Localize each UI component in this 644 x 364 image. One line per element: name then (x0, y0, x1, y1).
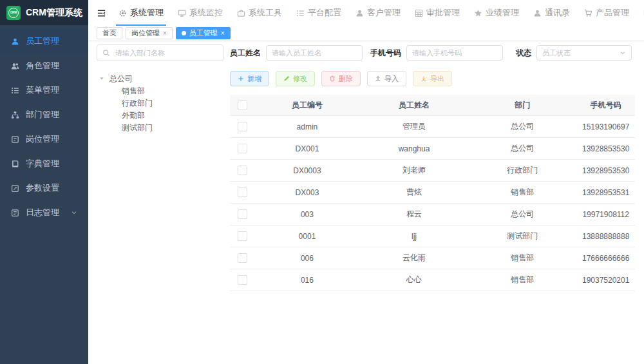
row-checkbox[interactable] (238, 253, 247, 263)
cell-phone: 17666666666 (576, 254, 635, 263)
import-button[interactable]: 导入 (367, 71, 406, 86)
table-row[interactable]: 006 云化雨 销售部 17666666666 (230, 247, 635, 269)
department-tree-panel: 总公司 销售部 行政部门 外勤部 测试部门 (97, 44, 223, 134)
sidebar-item-label: 部门管理 (26, 109, 59, 120)
cell-phone: 13888888888 (576, 232, 635, 241)
sidebar-item-employee-mgmt[interactable]: 员工管理 (0, 29, 88, 53)
sidebar-item-dept-mgmt[interactable]: 部门管理 (0, 102, 88, 127)
cell-dept: 销售部 (468, 253, 576, 263)
table-row[interactable]: DX0003 刘老师 行政部门 13928953530 (230, 160, 635, 182)
phone-filter-input[interactable] (406, 45, 503, 61)
cell-emp-name: 管理员 (360, 121, 468, 132)
tree-node-root[interactable]: 总公司 (97, 72, 223, 85)
cell-emp-name: 云化雨 (360, 253, 468, 263)
nav-item-product-mgmt[interactable]: 产品管理 (577, 0, 636, 26)
table-row[interactable]: 0001 ljj 测试部门 13888888888 (230, 225, 635, 247)
cell-emp-id: 016 (254, 276, 360, 285)
export-button[interactable]: 导出 (413, 71, 452, 86)
tab-home[interactable]: 首页 (97, 27, 122, 39)
caret-down-icon[interactable] (99, 76, 104, 81)
cell-emp-id: 006 (254, 254, 360, 263)
button-label: 新增 (247, 74, 261, 84)
cell-dept: 销售部 (468, 274, 576, 285)
nav-item-label: 审批管理 (426, 7, 460, 19)
tab-employee-mgmt[interactable]: 员工管理 × (176, 27, 231, 39)
nav-item-platform-config[interactable]: 平台配置 (289, 0, 348, 26)
fold-sidebar-icon[interactable] (97, 8, 106, 18)
tree-node-child[interactable]: 外勤部 (97, 110, 223, 122)
dept-search-box[interactable] (97, 44, 223, 61)
nav-item-performance-mgmt[interactable]: 业绩管理 (467, 0, 526, 26)
sidebar-item-role-mgmt[interactable]: 角色管理 (0, 53, 88, 78)
phone-filter-label: 手机号码 (370, 48, 401, 59)
column-header-emp-name[interactable]: 员工姓名 (360, 100, 468, 111)
chevron-down-icon (71, 209, 77, 216)
row-checkbox[interactable] (238, 275, 247, 285)
sidebar-item-dict-mgmt[interactable]: 字典管理 (0, 151, 88, 176)
tree-children: 销售部 行政部门 外勤部 测试部门 (97, 85, 223, 134)
nav-item-system-monitor[interactable]: 系统监控 (171, 0, 230, 26)
cart-icon (584, 9, 592, 17)
cell-emp-name: 刘老师 (360, 165, 468, 176)
name-filter-label: 员工姓名 (230, 48, 261, 59)
tree-node-child[interactable]: 测试部门 (97, 122, 223, 134)
menu-icon (11, 86, 19, 95)
tree-node-child[interactable]: 销售部 (97, 85, 223, 97)
sidebar-item-menu-mgmt[interactable]: 菜单管理 (0, 78, 88, 102)
crm-app-window: CRM CRM管理系统 员工管理 角色管理 菜单管理 部门管理 (0, 0, 644, 364)
cell-dept: 行政部门 (468, 165, 576, 176)
table-header-row: 员工编号 员工姓名 部门 手机号码 (230, 95, 635, 116)
delete-button[interactable]: 删除 (321, 71, 361, 86)
tree-node-child[interactable]: 行政部门 (97, 97, 223, 110)
nav-item-system-mgmt[interactable]: 系统管理 (111, 0, 171, 26)
nav-item-label: 产品管理 (596, 7, 629, 19)
table-row[interactable]: admin 管理员 总公司 15193190697 (230, 116, 635, 138)
table-row[interactable]: 003 程云 总公司 19971908112 (230, 204, 635, 225)
row-checkbox[interactable] (238, 231, 247, 241)
nav-item-system-tools[interactable]: 系统工具 (230, 0, 289, 26)
table-row[interactable]: 016 心心 销售部 19037520201 (230, 269, 635, 291)
sidebar-item-label: 员工管理 (26, 35, 59, 47)
column-header-emp-id[interactable]: 员工编号 (254, 100, 360, 111)
row-checkbox[interactable] (238, 122, 247, 131)
dept-search-input[interactable] (114, 48, 218, 57)
download-icon (421, 75, 427, 82)
sidebar-item-post-mgmt[interactable]: 岗位管理 (0, 127, 88, 151)
button-label: 修改 (293, 74, 307, 84)
gear-icon (118, 9, 127, 17)
sidebar-item-label: 日志管理 (26, 207, 59, 218)
column-header-phone[interactable]: 手机号码 (576, 100, 635, 111)
button-label: 删除 (339, 74, 353, 84)
sidebar-item-param-settings[interactable]: 参数设置 (0, 176, 88, 200)
nav-item-calendar[interactable]: 日历 (636, 0, 644, 26)
name-filter-input[interactable] (266, 45, 363, 61)
cell-emp-name: wanghua (360, 144, 468, 153)
status-select[interactable]: 员工状态 (536, 45, 632, 61)
nav-item-approval-mgmt[interactable]: 审批管理 (408, 0, 467, 26)
add-button[interactable]: 新增 (230, 71, 269, 86)
edit-button[interactable]: 修改 (276, 71, 315, 86)
cell-emp-id: DX001 (254, 144, 360, 153)
row-checkbox[interactable] (238, 209, 247, 219)
org-tree-icon (11, 111, 19, 119)
close-icon[interactable]: × (163, 30, 167, 37)
row-checkbox[interactable] (238, 166, 247, 175)
tree-node-label: 总公司 (109, 73, 133, 84)
logo-crm-emblem: CRM (8, 8, 19, 18)
sidebar-item-log-mgmt[interactable]: 日志管理 (0, 200, 88, 225)
row-checkbox[interactable] (238, 144, 247, 153)
table-row[interactable]: DX003 曹炫 销售部 13928953531 (230, 182, 635, 204)
table-row[interactable]: DX001 wanghua 总公司 13928853530 (230, 138, 635, 160)
select-all-checkbox[interactable] (238, 101, 247, 110)
nav-item-contacts[interactable]: 通讯录 (526, 0, 577, 26)
row-checkbox[interactable] (238, 187, 247, 197)
employee-table: 员工编号 员工姓名 部门 手机号码 admin 管理员 总公司 15193190… (230, 95, 635, 291)
nav-item-customer-mgmt[interactable]: 客户管理 (348, 0, 408, 26)
tab-post-mgmt[interactable]: 岗位管理 × (126, 27, 173, 39)
cell-dept: 总公司 (468, 209, 576, 220)
close-icon[interactable]: × (221, 30, 225, 37)
button-label: 导入 (384, 74, 399, 84)
active-tab-dot-icon (182, 31, 186, 35)
nav-item-label: 业绩管理 (486, 7, 519, 19)
column-header-dept[interactable]: 部门 (468, 100, 576, 111)
